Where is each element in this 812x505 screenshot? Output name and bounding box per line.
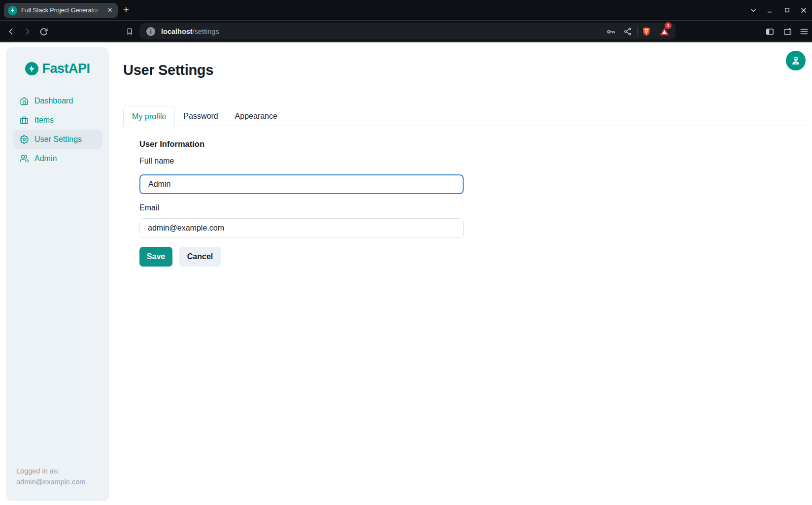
sidebar-item-user-settings[interactable]: User Settings [13, 130, 102, 149]
menu-icon[interactable] [797, 24, 812, 39]
save-button[interactable]: Save [139, 247, 172, 267]
user-astronaut-icon [790, 55, 801, 66]
page-content: FastAPI Dashboard Items [0, 44, 812, 505]
users-icon [20, 154, 29, 163]
saved-passwords-key-icon[interactable] [604, 24, 618, 39]
settings-tabs: My profile Password Appearance [123, 106, 807, 126]
tab-search-chevron-icon[interactable] [745, 2, 762, 19]
bookmark-icon[interactable] [122, 24, 137, 39]
forward-icon[interactable] [20, 24, 34, 39]
sidebar: FastAPI Dashboard Items [6, 47, 109, 501]
tab-strip: Full Stack Project Generator ✕ + [0, 0, 812, 20]
sidebar-item-label: Dashboard [34, 97, 73, 105]
logo-text: FastAPI [42, 61, 90, 76]
reload-icon[interactable] [36, 24, 51, 39]
sidebar-toggle-icon[interactable] [762, 24, 777, 39]
tab-title: Full Stack Project Generator [21, 7, 101, 14]
maximize-icon[interactable] [778, 2, 795, 19]
browser-toolbar: i localhost/settings 1 [0, 20, 812, 42]
email-label: Email [139, 203, 159, 212]
url-text[interactable]: localhost/settings [161, 28, 219, 35]
back-icon[interactable] [4, 24, 19, 39]
logged-in-info: Logged in as: admin@example.com [16, 466, 85, 487]
sidebar-item-label: Items [34, 116, 54, 125]
gear-icon [20, 135, 29, 144]
window-controls [745, 0, 812, 20]
tab-appearance[interactable]: Appearance [227, 106, 286, 126]
briefcase-icon [20, 116, 29, 125]
tab-password[interactable]: Password [175, 106, 226, 126]
home-icon [20, 97, 29, 105]
cancel-button[interactable]: Cancel [179, 247, 221, 267]
toolbar-divider [637, 26, 638, 37]
sidebar-nav: Dashboard Items User Settings [6, 91, 109, 168]
sidebar-item-label: User Settings [34, 135, 82, 144]
email-input[interactable] [139, 218, 464, 238]
sidebar-item-dashboard[interactable]: Dashboard [13, 91, 102, 110]
new-tab-button[interactable]: + [120, 4, 133, 17]
share-icon[interactable] [620, 24, 635, 39]
minimize-icon[interactable] [762, 2, 778, 19]
fastapi-bolt-icon [25, 62, 38, 75]
user-menu-button[interactable] [786, 51, 806, 70]
site-info-icon[interactable]: i [146, 27, 155, 36]
url-host: localhost [161, 28, 193, 35]
fastapi-logo: FastAPI [6, 61, 109, 76]
logged-in-email: admin@example.com [16, 476, 85, 487]
wallet-icon[interactable] [780, 24, 795, 39]
sidebar-item-label: Admin [34, 154, 57, 163]
page-title: User Settings [123, 62, 213, 78]
section-title: User Information [139, 139, 204, 149]
brave-shield-icon[interactable] [639, 24, 654, 39]
browser-window: Full Stack Project Generator ✕ + [0, 0, 812, 505]
url-bar[interactable]: i localhost/settings [139, 23, 676, 39]
full-name-label: Full name [139, 157, 174, 166]
url-path: /settings [193, 28, 219, 35]
fastapi-favicon-icon [8, 6, 17, 15]
tab-title-fade [90, 3, 104, 18]
close-window-icon[interactable] [795, 2, 812, 19]
sidebar-item-items[interactable]: Items [13, 110, 102, 130]
close-tab-icon[interactable]: ✕ [105, 5, 115, 15]
sidebar-item-admin[interactable]: Admin [13, 149, 102, 168]
rewards-badge: 1 [665, 22, 672, 29]
full-name-input[interactable] [139, 174, 464, 194]
browser-tab[interactable]: Full Stack Project Generator ✕ [4, 3, 118, 18]
tab-my-profile[interactable]: My profile [123, 106, 175, 127]
logged-in-label: Logged in as: [16, 466, 85, 476]
